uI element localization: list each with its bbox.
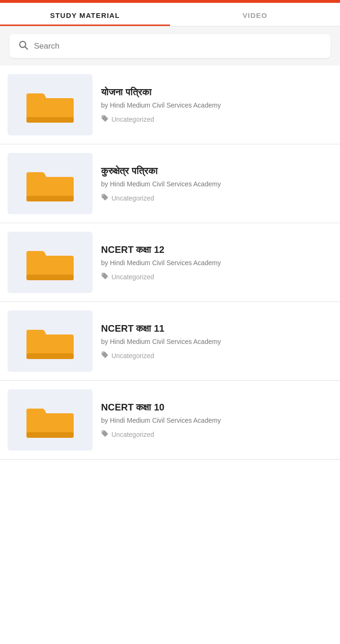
search-bar-wrapper <box>0 26 340 66</box>
item-category: Uncategorized <box>101 430 332 439</box>
tag-icon <box>101 272 109 281</box>
tag-icon <box>101 351 109 360</box>
search-bar[interactable] <box>9 34 331 58</box>
category-label: Uncategorized <box>111 273 154 281</box>
item-info: NCERT कक्षा 10 by Hindi Medium Civil Ser… <box>101 401 332 439</box>
item-info: NCERT कक्षा 11 by Hindi Medium Civil Ser… <box>101 322 332 360</box>
item-info: कुरुक्षेत्र पत्रिका by Hindi Medium Civi… <box>101 165 332 203</box>
item-info: योजना पत्रिका by Hindi Medium Civil Serv… <box>101 86 332 124</box>
svg-rect-11 <box>26 432 74 438</box>
items-list: योजना पत्रिका by Hindi Medium Civil Serv… <box>0 66 340 460</box>
folder-thumbnail <box>8 153 93 214</box>
item-category: Uncategorized <box>101 351 332 360</box>
svg-rect-5 <box>26 196 74 201</box>
item-title: NCERT कक्षा 10 <box>101 401 332 413</box>
category-label: Uncategorized <box>111 352 154 360</box>
item-author: by Hindi Medium Civil Services Academy <box>101 180 332 189</box>
item-title: NCERT कक्षा 11 <box>101 322 332 335</box>
tab-study-material-label: STUDY MATERIAL <box>50 11 120 19</box>
search-icon <box>18 40 28 52</box>
item-author: by Hindi Medium Civil Services Academy <box>101 337 332 347</box>
item-info: NCERT कक्षा 12 by Hindi Medium Civil Ser… <box>101 243 332 282</box>
svg-rect-3 <box>26 117 74 123</box>
item-title: कुरुक्षेत्र पत्रिका <box>101 165 332 177</box>
list-item[interactable]: NCERT कक्षा 12 by Hindi Medium Civil Ser… <box>0 223 340 302</box>
tabs-container: STUDY MATERIAL VIDEO <box>0 3 340 26</box>
item-title: NCERT कक्षा 12 <box>101 243 332 256</box>
category-label: Uncategorized <box>111 194 154 202</box>
tab-video[interactable]: VIDEO <box>170 3 340 26</box>
search-input[interactable] <box>34 42 322 51</box>
item-category: Uncategorized <box>101 115 332 124</box>
tab-video-label: VIDEO <box>243 11 268 19</box>
item-author: by Hindi Medium Civil Services Academy <box>101 259 332 268</box>
category-label: Uncategorized <box>111 431 154 438</box>
list-item[interactable]: NCERT कक्षा 11 by Hindi Medium Civil Ser… <box>0 302 340 381</box>
list-item[interactable]: NCERT कक्षा 10 by Hindi Medium Civil Ser… <box>0 381 340 460</box>
item-category: Uncategorized <box>101 272 332 281</box>
svg-rect-9 <box>26 353 74 359</box>
list-item[interactable]: योजना पत्रिका by Hindi Medium Civil Serv… <box>0 66 340 144</box>
tag-icon <box>101 193 109 202</box>
item-author: by Hindi Medium Civil Services Academy <box>101 416 332 426</box>
tag-icon <box>101 115 109 124</box>
folder-thumbnail <box>8 74 93 135</box>
folder-thumbnail <box>8 310 93 372</box>
item-author: by Hindi Medium Civil Services Academy <box>101 101 332 110</box>
svg-rect-7 <box>26 275 74 280</box>
item-title: योजना पत्रिका <box>101 86 332 98</box>
tag-icon <box>101 430 109 439</box>
tab-study-material[interactable]: STUDY MATERIAL <box>0 3 170 26</box>
folder-thumbnail <box>8 389 93 451</box>
category-label: Uncategorized <box>111 116 154 123</box>
list-item[interactable]: कुरुक्षेत्र पत्रिका by Hindi Medium Civi… <box>0 144 340 223</box>
folder-thumbnail <box>8 232 93 293</box>
item-category: Uncategorized <box>101 193 332 202</box>
svg-line-1 <box>25 47 27 49</box>
